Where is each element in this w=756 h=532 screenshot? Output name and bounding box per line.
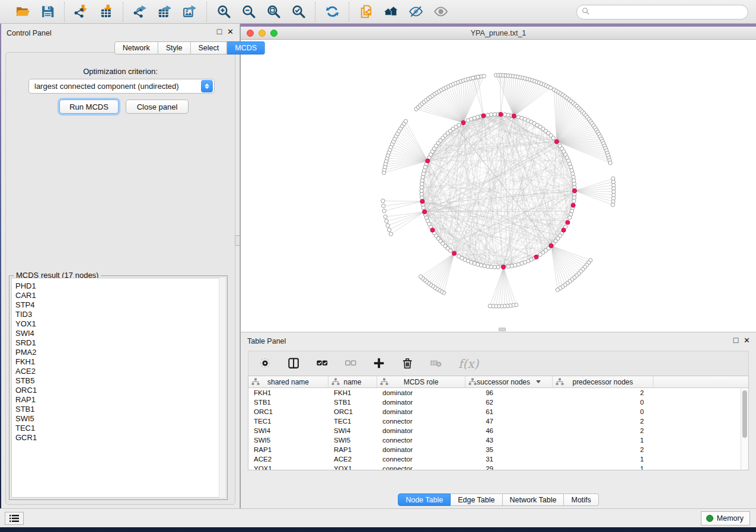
table-row[interactable]: SWI5SWI5connector431: [248, 435, 748, 445]
mcds-result-item[interactable]: STP4: [15, 300, 225, 310]
mcds-result-scrollbar[interactable]: [219, 278, 225, 498]
hub-node[interactable]: [549, 243, 553, 248]
run-mcds-button[interactable]: Run MCDS: [59, 100, 119, 114]
leaf-node[interactable]: [548, 86, 552, 89]
successor-nodes-cell[interactable]: 29: [465, 464, 553, 470]
network-node[interactable]: [457, 255, 461, 258]
leaf-node[interactable]: [482, 74, 486, 78]
open-icon[interactable]: [14, 4, 31, 20]
mcds-role-cell[interactable]: dominator: [377, 388, 465, 398]
hub-node[interactable]: [481, 114, 486, 118]
successor-nodes-cell[interactable]: 46: [465, 426, 553, 435]
successor-nodes-cell[interactable]: 96: [465, 388, 553, 398]
hub-node[interactable]: [571, 203, 575, 207]
mcds-result-item[interactable]: RAP1: [15, 395, 225, 405]
mcds-result-item[interactable]: PMA2: [15, 348, 225, 357]
hub-node[interactable]: [501, 265, 505, 269]
tab-network[interactable]: Network: [114, 41, 158, 55]
column-header-shared-name[interactable]: shared name: [248, 376, 328, 387]
mcds-result-item[interactable]: YOX1: [15, 319, 225, 329]
predecessor-nodes-cell[interactable]: 0: [553, 398, 653, 407]
shared-name-cell[interactable]: YOX1: [248, 464, 328, 470]
view-split-grip[interactable]: [499, 328, 506, 331]
table-row[interactable]: SWI4SWI4dominator462: [248, 426, 748, 435]
export-image-icon[interactable]: [181, 4, 198, 20]
tab-network-table[interactable]: Network Table: [503, 493, 564, 506]
mcds-role-cell[interactable]: connector: [377, 435, 465, 445]
table-row[interactable]: ACE2ACE2connector311: [248, 454, 748, 464]
predecessor-nodes-cell[interactable]: 2: [553, 416, 653, 426]
hub-node[interactable]: [572, 188, 576, 193]
name-cell[interactable]: SWI5: [328, 435, 377, 445]
select-all-icon[interactable]: [316, 357, 329, 370]
leaf-node[interactable]: [382, 209, 386, 213]
hub-node[interactable]: [512, 114, 516, 118]
mcds-result-item[interactable]: GCR1: [15, 433, 225, 443]
gear-icon[interactable]: [259, 357, 272, 370]
successor-nodes-cell[interactable]: 31: [465, 454, 553, 464]
leaf-node[interactable]: [476, 75, 480, 79]
status-menu-button[interactable]: [5, 512, 24, 525]
hub-node[interactable]: [426, 159, 430, 163]
network-node[interactable]: [538, 252, 542, 256]
hub-node[interactable]: [420, 199, 425, 203]
search-input[interactable]: [593, 8, 743, 17]
mcds-role-cell[interactable]: dominator: [377, 407, 465, 416]
hub-node[interactable]: [554, 139, 559, 143]
leaf-node[interactable]: [389, 232, 393, 236]
network-node[interactable]: [506, 265, 510, 268]
mcds-result-item[interactable]: TEC1: [15, 424, 225, 433]
successor-nodes-cell[interactable]: 62: [465, 398, 553, 407]
successor-nodes-cell[interactable]: 61: [465, 407, 553, 416]
mcds-result-item[interactable]: PHD1: [15, 281, 225, 291]
network-node[interactable]: [568, 216, 572, 219]
import-network-icon[interactable]: [73, 4, 90, 20]
leaf-node[interactable]: [404, 119, 407, 123]
hub-node[interactable]: [461, 120, 465, 124]
add-icon[interactable]: [373, 357, 386, 370]
zoom-in-icon[interactable]: [215, 4, 232, 20]
hub-node[interactable]: [422, 210, 426, 214]
leaf-node[interactable]: [611, 203, 614, 207]
mcds-result-item[interactable]: STB5: [15, 376, 225, 386]
predecessor-nodes-cell[interactable]: 1: [553, 464, 653, 470]
memory-button[interactable]: Memory: [701, 511, 750, 525]
export-network-icon[interactable]: [132, 4, 148, 20]
mcds-result-item[interactable]: CAR1: [15, 291, 225, 300]
column-header-MCDS-role[interactable]: MCDS role: [377, 376, 465, 387]
network-file-icon[interactable]: [358, 4, 374, 20]
tab-mcds[interactable]: MCDS: [227, 41, 265, 55]
column-header-predecessor-nodes[interactable]: predecessor nodes: [553, 376, 653, 387]
table-row[interactable]: YOX1YOX1connector291: [248, 464, 748, 470]
hub-node[interactable]: [566, 220, 570, 225]
network-node[interactable]: [457, 123, 461, 127]
name-cell[interactable]: YOX1: [328, 464, 377, 470]
leaf-node[interactable]: [386, 223, 390, 227]
table-row[interactable]: ORC1ORC1dominator610: [248, 407, 748, 416]
successor-nodes-cell[interactable]: 35: [465, 445, 553, 454]
leaf-node[interactable]: [387, 228, 391, 232]
predecessor-nodes-cell[interactable]: 0: [553, 407, 653, 416]
predecessor-nodes-cell[interactable]: 2: [553, 426, 653, 435]
table-scrollbar[interactable]: [741, 388, 748, 470]
columns-icon[interactable]: [288, 357, 301, 370]
close-table-panel-icon[interactable]: ✕: [744, 336, 750, 344]
predecessor-nodes-cell[interactable]: 1: [553, 454, 653, 464]
network-canvas[interactable]: [241, 40, 756, 332]
predecessor-nodes-cell[interactable]: 2: [553, 388, 653, 398]
network-node[interactable]: [493, 113, 496, 116]
leaf-node[interactable]: [556, 288, 559, 291]
mcds-result-item[interactable]: SRD1: [15, 338, 225, 348]
hub-node[interactable]: [499, 112, 503, 116]
export-table-icon[interactable]: [157, 4, 173, 20]
delete-icon[interactable]: [401, 357, 414, 370]
shared-name-cell[interactable]: STB1: [248, 398, 328, 407]
leaf-node[interactable]: [488, 304, 492, 307]
leaf-node[interactable]: [384, 215, 387, 219]
network-node[interactable]: [551, 136, 555, 140]
hub-node[interactable]: [562, 228, 566, 232]
mcds-result-item[interactable]: STB1: [15, 405, 225, 414]
column-header-successor-nodes[interactable]: successor nodes: [465, 376, 553, 387]
mcds-role-cell[interactable]: dominator: [377, 445, 465, 454]
close-panel-icon[interactable]: ✕: [227, 28, 234, 36]
